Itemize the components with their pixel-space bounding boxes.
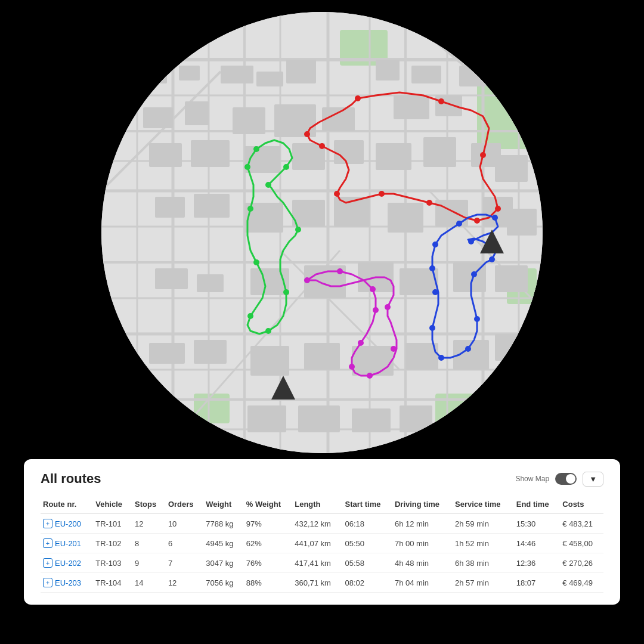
svg-rect-46 (191, 140, 230, 167)
cell-pct-weight: 97% (244, 514, 292, 534)
cell-vehicle: TR-104 (93, 573, 132, 593)
svg-point-93 (495, 206, 501, 212)
table-row: + EU-203 TR-104 14 12 7056 kg 88% 360,71… (41, 573, 603, 593)
svg-rect-53 (233, 107, 265, 134)
cell-service-time: 6h 38 min (453, 553, 514, 573)
panel-controls: Show Map ▼ (515, 472, 603, 487)
svg-rect-85 (507, 405, 537, 429)
svg-point-127 (465, 346, 471, 352)
svg-point-119 (468, 239, 474, 244)
routes-table: Route nr. Vehicle Stops Orders Weight % … (41, 496, 603, 593)
svg-point-103 (244, 164, 250, 170)
cell-driving-time: 6h 12 min (392, 514, 453, 534)
svg-point-130 (489, 256, 495, 262)
cell-weight: 3047 kg (203, 553, 244, 573)
svg-point-105 (253, 259, 259, 265)
cell-orders: 12 (166, 573, 203, 593)
cell-start-time: 05:50 (343, 534, 392, 553)
expand-button[interactable]: + (43, 519, 52, 528)
col-vehicle: Vehicle (93, 496, 132, 514)
svg-rect-63 (292, 200, 325, 227)
svg-point-97 (334, 191, 340, 197)
svg-point-128 (474, 316, 480, 322)
expand-button[interactable]: + (43, 578, 52, 587)
cell-stops: 9 (132, 553, 166, 573)
svg-point-120 (492, 215, 498, 221)
svg-rect-44 (435, 95, 462, 116)
col-start-time: Start time (343, 496, 392, 514)
cell-end-time: 12:36 (514, 553, 561, 573)
col-pct-weight: % Weight (244, 496, 292, 514)
svg-point-125 (429, 325, 435, 331)
expand-button[interactable]: + (43, 558, 52, 568)
svg-rect-43 (394, 95, 429, 119)
svg-rect-80 (149, 405, 185, 429)
svg-rect-51 (149, 343, 185, 364)
cell-service-time: 2h 57 min (453, 573, 514, 593)
svg-point-117 (391, 346, 397, 352)
cell-length: 432,12 km (292, 514, 342, 534)
show-map-toggle[interactable] (555, 473, 577, 485)
map-section (0, 0, 644, 465)
cell-vehicle: TR-101 (93, 514, 132, 534)
svg-point-98 (319, 143, 325, 149)
svg-point-99 (304, 131, 310, 137)
svg-point-114 (358, 340, 364, 346)
svg-rect-42 (411, 66, 441, 83)
svg-rect-4 (194, 394, 230, 423)
col-end-time: End time (514, 496, 561, 514)
cell-end-time: 14:46 (514, 534, 561, 553)
svg-rect-86 (459, 66, 486, 86)
cell-stops: 8 (132, 534, 166, 553)
cell-length: 441,07 km (292, 534, 342, 553)
cell-length: 360,71 km (292, 573, 342, 593)
map-circle (101, 12, 543, 453)
svg-rect-38 (221, 66, 253, 83)
cell-stops: 12 (132, 514, 166, 534)
svg-rect-52 (194, 340, 227, 364)
svg-rect-87 (495, 155, 528, 182)
svg-rect-82 (298, 405, 340, 432)
svg-point-123 (429, 265, 435, 271)
svg-rect-74 (250, 346, 289, 376)
svg-rect-45 (149, 143, 182, 167)
col-orders: Orders (166, 496, 203, 514)
svg-point-94 (474, 218, 480, 224)
svg-rect-59 (376, 143, 411, 170)
cell-orders: 7 (166, 553, 203, 573)
svg-point-108 (283, 289, 289, 295)
svg-rect-48 (194, 194, 230, 218)
filter-button[interactable]: ▼ (583, 472, 603, 487)
svg-rect-76 (352, 346, 394, 376)
table-header-row: Route nr. Vehicle Stops Orders Weight % … (41, 496, 603, 514)
cell-costs: € 270,26 (560, 553, 603, 573)
cell-orders: 6 (166, 534, 203, 553)
svg-rect-35 (179, 66, 200, 80)
table-row: + EU-200 TR-101 12 10 7788 kg 97% 432,12… (41, 514, 603, 534)
cell-costs: € 483,21 (560, 514, 603, 534)
svg-rect-34 (143, 66, 167, 83)
cell-route-id: + EU-201 (41, 534, 93, 553)
svg-rect-84 (400, 405, 432, 432)
cell-costs: € 458,00 (560, 534, 603, 553)
svg-rect-81 (247, 405, 286, 432)
svg-rect-89 (495, 334, 528, 361)
bottom-panel: All routes Show Map ▼ Route nr. Vehicle … (24, 459, 620, 605)
svg-rect-37 (185, 101, 209, 125)
table-row: + EU-202 TR-103 9 7 3047 kg 76% 417,41 k… (41, 553, 603, 573)
svg-point-118 (385, 304, 391, 310)
svg-rect-40 (286, 60, 316, 83)
cell-start-time: 08:02 (343, 573, 392, 593)
cell-driving-time: 4h 48 min (392, 553, 453, 573)
expand-button[interactable]: + (43, 538, 52, 548)
cell-driving-time: 7h 04 min (392, 573, 453, 593)
cell-vehicle: TR-102 (93, 534, 132, 553)
svg-rect-88 (507, 209, 537, 236)
svg-point-102 (253, 146, 259, 152)
svg-rect-49 (155, 268, 188, 289)
cell-pct-weight: 88% (244, 573, 292, 593)
svg-rect-36 (143, 107, 173, 128)
col-weight: Weight (203, 496, 244, 514)
svg-point-110 (304, 277, 310, 283)
cell-start-time: 06:18 (343, 514, 392, 534)
